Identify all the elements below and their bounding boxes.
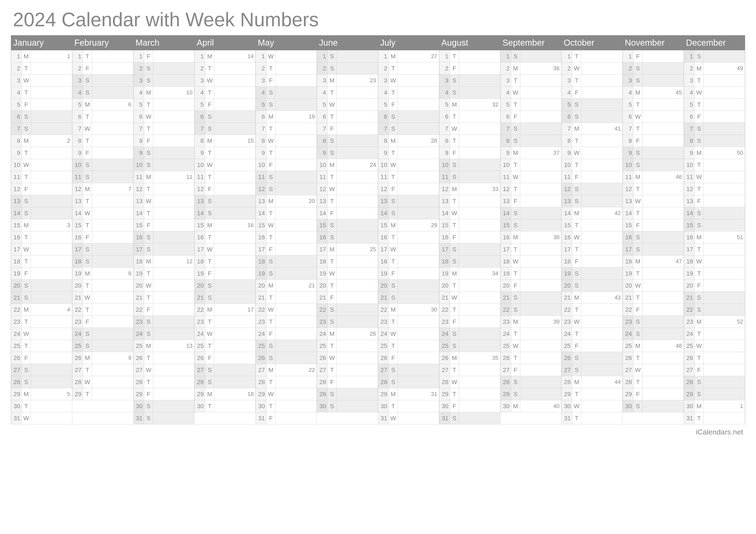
day-row: 30M1	[684, 400, 745, 412]
week-number-cell	[642, 352, 684, 364]
day-row: 10S	[72, 159, 133, 171]
day-of-week: S	[266, 255, 275, 267]
month-header: February	[72, 35, 133, 50]
day-of-week: S	[389, 280, 398, 292]
day-of-week: T	[450, 388, 459, 400]
day-number: 21	[561, 292, 572, 303]
day-of-week: W	[511, 171, 520, 183]
day-row: 4M10	[133, 87, 195, 98]
day-row: 18S	[72, 255, 133, 267]
week-number-cell	[704, 412, 745, 424]
week-number-cell	[459, 195, 500, 207]
day-of-week: T	[83, 304, 92, 316]
week-number-cell	[153, 388, 195, 400]
week-number-cell	[31, 412, 72, 424]
day-row: 15W	[256, 219, 317, 231]
day-row: 31S	[439, 412, 500, 424]
day-of-week: T	[22, 400, 31, 412]
week-number-cell	[398, 243, 439, 255]
day-of-week: F	[634, 304, 642, 316]
day-row: 10W	[194, 159, 256, 171]
day-of-week: T	[144, 267, 153, 279]
day-row: 19F	[11, 267, 72, 279]
week-number-cell: 29	[398, 219, 439, 231]
day-row: 20S	[378, 279, 439, 292]
day-number: 19	[623, 267, 634, 279]
day-number: 11	[194, 171, 205, 183]
week-number-cell: 25	[337, 243, 378, 255]
day-number: 11	[378, 171, 389, 183]
day-number: 23	[11, 316, 22, 328]
day-of-week: S	[266, 87, 275, 98]
day-of-week: F	[694, 195, 704, 207]
day-row: 16T	[256, 231, 317, 243]
day-of-week: S	[144, 75, 153, 87]
day-row: 23M39	[500, 316, 562, 328]
day-row: 9F	[439, 147, 500, 159]
day-of-week: S	[83, 328, 92, 340]
day-row: 28S	[500, 376, 562, 388]
day-row: 20T	[439, 279, 500, 292]
day-row: 29M31	[378, 388, 439, 400]
day-of-week: T	[634, 183, 642, 195]
week-number-cell	[153, 159, 195, 171]
day-row: 9S	[317, 147, 378, 159]
week-number-cell: 1	[31, 50, 72, 62]
day-of-week: W	[511, 340, 520, 352]
day-of-week: S	[205, 195, 214, 207]
day-row: 17T	[561, 243, 623, 255]
week-number-cell	[459, 412, 500, 424]
day-number: 29	[72, 388, 83, 400]
day-row: 8T	[439, 135, 500, 147]
day-of-week: M	[266, 111, 275, 123]
day-row: 6S	[378, 111, 439, 123]
day-of-week: F	[572, 87, 581, 98]
day-number: 9	[623, 147, 634, 159]
day-number: 19	[72, 267, 83, 279]
day-row: 11T	[194, 171, 256, 183]
day-row: 9M37	[500, 147, 562, 159]
day-of-week: T	[144, 292, 153, 303]
day-number: 22	[378, 304, 389, 316]
week-number-cell	[398, 147, 439, 159]
day-of-week: M	[22, 388, 31, 400]
day-of-week: S	[144, 412, 153, 424]
day-row: 11T	[378, 171, 439, 183]
day-of-week: M	[572, 292, 581, 303]
day-of-week: F	[144, 50, 153, 62]
week-number-cell	[581, 267, 623, 279]
day-number: 8	[439, 135, 450, 147]
day-row: 24S	[133, 328, 195, 340]
week-number-cell	[520, 207, 562, 219]
day-of-week: T	[328, 340, 337, 352]
day-number: 31	[256, 412, 266, 424]
week-number-cell	[704, 388, 745, 400]
day-of-week: T	[83, 388, 92, 400]
day-of-week: F	[511, 364, 520, 376]
day-of-week: W	[144, 195, 153, 207]
week-number-cell	[214, 231, 256, 243]
day-number: 18	[317, 255, 328, 267]
day-of-week: T	[572, 75, 581, 87]
day-number: 3	[256, 75, 266, 87]
day-row: 28S	[11, 376, 72, 388]
day-row: 30T	[194, 400, 256, 412]
day-of-week: M	[83, 99, 92, 111]
day-of-week: S	[22, 280, 31, 292]
day-of-week: M	[205, 50, 214, 62]
day-of-week: F	[450, 400, 459, 412]
day-number: 4	[72, 87, 83, 98]
week-number-cell	[31, 159, 72, 171]
day-number: 29	[500, 388, 511, 400]
day-number: 26	[72, 352, 83, 364]
day-row: 17S	[72, 243, 133, 255]
day-of-week: M	[328, 75, 337, 87]
day-number: 6	[72, 111, 83, 123]
week-number-cell	[153, 412, 195, 424]
week-number-cell	[92, 135, 133, 147]
week-number-cell	[642, 243, 684, 255]
week-number-cell: 12	[153, 255, 195, 267]
day-number: 28	[194, 376, 205, 388]
day-row: 27W	[623, 364, 684, 376]
day-of-week: W	[266, 388, 275, 400]
